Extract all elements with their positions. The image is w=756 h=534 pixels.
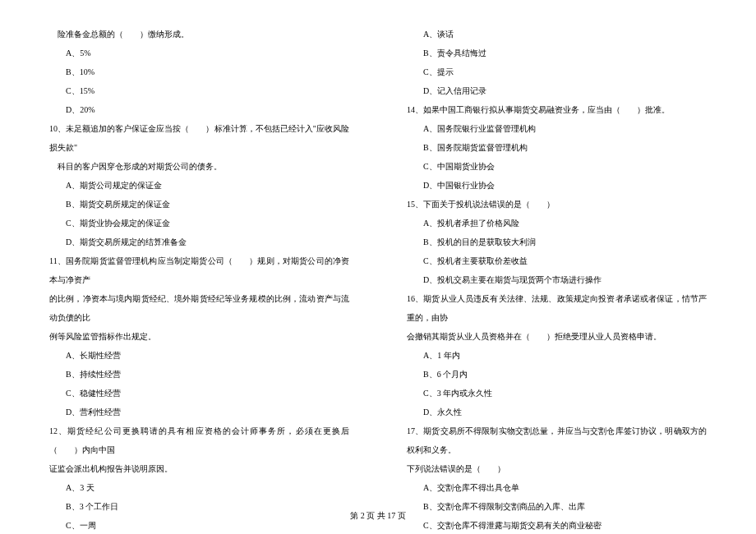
q9-option-c: C、15% <box>49 81 349 100</box>
q15-option-c: C、投机者主要获取价差收益 <box>407 251 707 270</box>
q10-option-a: A、期货公司规定的保证金 <box>49 176 349 195</box>
q14-text: 14、如果中国工商银行拟从事期货交易融资业务，应当由（ ）批准。 <box>407 100 707 119</box>
q11-option-a: A、长期性经营 <box>49 346 349 365</box>
q14-option-c: C、中国期货业协会 <box>407 157 707 176</box>
q12-text: 12、期货经纪公司更换聘请的具有相应资格的会计师事务所，必须在更换后（ ）内向中… <box>49 421 349 459</box>
left-column: 险准备金总额的（ ）缴纳形成。 A、5% B、10% C、15% D、20% 1… <box>49 25 349 501</box>
q15-option-d: D、投机交易主要在期货与现货两个市场进行操作 <box>407 270 707 289</box>
q13-option-c: C、提示 <box>407 62 707 81</box>
q10-option-c: C、期货业协会规定的保证金 <box>49 214 349 232</box>
q10-option-d: D、期货交易所规定的结算准备金 <box>49 232 349 251</box>
q9-option-a: A、5% <box>49 44 349 62</box>
q16-continuation: 会撤销其期货从业人员资格并在（ ）拒绝受理从业人员资格申请。 <box>407 327 707 346</box>
q9-continuation: 险准备金总额的（ ）缴纳形成。 <box>49 25 349 44</box>
q17-option-a: A、交割仓库不得出具仓单 <box>407 478 707 497</box>
q16-text: 16、期货从业人员违反有关法律、法规、政策规定向投资者承诺或者保证，情节严重的，… <box>407 289 707 327</box>
q11-option-b: B、持续性经营 <box>49 365 349 384</box>
q13-option-a: A、谈话 <box>407 25 707 44</box>
q14-option-a: A、国务院银行业监督管理机构 <box>407 119 707 138</box>
q9-option-d: D、20% <box>49 100 349 119</box>
q11-continuation-2: 例等风险监管指标作出规定。 <box>49 327 349 346</box>
q11-text: 11、国务院期货监督管理机构应当制定期货公司（ ）规则，对期货公司的净资本与净资… <box>49 251 349 289</box>
page-footer: 第 2 页 共 17 页 <box>0 510 756 522</box>
q11-option-c: C、稳健性经营 <box>49 384 349 403</box>
q9-option-b: B、10% <box>49 62 349 81</box>
right-column: A、谈话 B、责令具结悔过 C、提示 D、记入信用记录 14、如果中国工商银行拟… <box>407 25 707 501</box>
q13-option-b: B、责令具结悔过 <box>407 44 707 62</box>
q10-option-b: B、期货交易所规定的保证金 <box>49 195 349 214</box>
q10-text: 10、未足额追加的客户保证金应当按（ ）标准计算，不包括已经计入"应收风险损失款… <box>49 119 349 157</box>
q12-continuation: 证监会派出机构报告并说明原因。 <box>49 459 349 478</box>
q16-option-d: D、永久性 <box>407 403 707 421</box>
q15-text: 15、下面关于投机说法错误的是（ ） <box>407 195 707 214</box>
q15-option-a: A、投机者承担了价格风险 <box>407 214 707 232</box>
q14-option-b: B、国务院期货监督管理机构 <box>407 138 707 157</box>
q15-option-b: B、投机的目的是获取较大利润 <box>407 232 707 251</box>
q13-option-d: D、记入信用记录 <box>407 81 707 100</box>
q16-option-c: C、3 年内或永久性 <box>407 384 707 403</box>
q11-continuation-1: 的比例，净资本与境内期货经纪、境外期货经纪等业务规模的比例，流动资产与流动负债的… <box>49 289 349 327</box>
q16-option-a: A、1 年内 <box>407 346 707 365</box>
q10-continuation: 科目的客户因穿仓形成的对期货公司的债务。 <box>49 157 349 176</box>
q17-continuation: 下列说法错误的是（ ） <box>407 459 707 478</box>
q11-option-d: D、营利性经营 <box>49 403 349 421</box>
q16-option-b: B、6 个月内 <box>407 365 707 384</box>
q12-option-a: A、3 天 <box>49 478 349 497</box>
q17-text: 17、期货交易所不得限制实物交割总量，并应当与交割仓库签订协议，明确双方的权利和… <box>407 421 707 459</box>
q14-option-d: D、中国银行业协会 <box>407 176 707 195</box>
